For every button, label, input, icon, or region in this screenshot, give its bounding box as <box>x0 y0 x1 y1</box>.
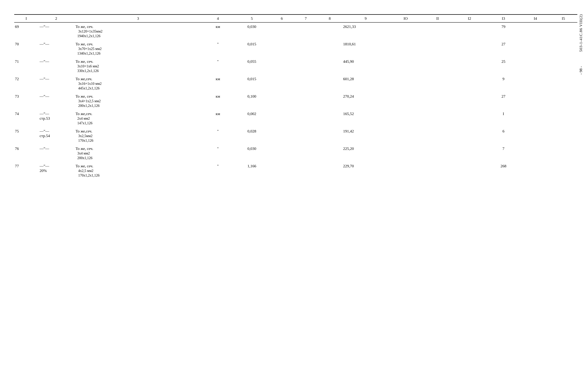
row-76-col2: —”— <box>38 145 74 162</box>
row-72-col1: 72 <box>14 75 38 92</box>
row-74-col9: 165,52 <box>342 110 390 127</box>
row-71-col4: " <box>202 57 234 75</box>
table-row: 77 —”— 20% То же, сеч. 4х2,5 мм2 170х1,2… <box>14 162 577 179</box>
row-72-col12 <box>454 75 485 92</box>
row-77-col1: 77 <box>14 162 38 179</box>
row-69-col5: 0,030 <box>234 22 270 40</box>
row-74-col15 <box>549 110 577 127</box>
row-75-col9: 191,42 <box>342 127 390 145</box>
row-77-col11 <box>422 162 454 179</box>
row-73-col4: км <box>202 92 234 110</box>
row-74-col5: 0,002 <box>234 110 270 127</box>
row-69-col14 <box>521 22 549 40</box>
row-74-col6 <box>270 110 294 127</box>
row-75-col15 <box>549 127 577 145</box>
row-70-col11 <box>422 40 454 57</box>
row-77-col8 <box>318 162 342 179</box>
row-70-col13: 27 <box>485 40 521 57</box>
row-71-col3: То же, сеч. 3х10+1х6 мм2 330х1,2х1,126 <box>74 57 202 75</box>
row-73-col12 <box>454 92 485 110</box>
main-table: I 2 3 4 5 6 7 8 9 IO II I2 I3 I4 I5 <box>14 14 577 179</box>
row-69-col3: То же, сеч. 3х120+1х35мм2 1940х1,2х1,126 <box>74 22 202 40</box>
row-71-col9: 445,90 <box>342 57 390 75</box>
row-69-col12 <box>454 22 485 40</box>
col-header-9: 9 <box>342 14 390 23</box>
col-header-15: I5 <box>549 14 577 23</box>
row-75-col12 <box>454 127 485 145</box>
row-70-col1: 70 <box>14 40 38 57</box>
row-71-col6 <box>270 57 294 75</box>
row-72-col5: 0,015 <box>234 75 270 92</box>
doc-reference: 503-1-41С.86 VIII(2) <box>579 14 583 52</box>
row-70-col14 <box>521 40 549 57</box>
row-76-col1: 76 <box>14 145 38 162</box>
row-73-col13: 27 <box>485 92 521 110</box>
row-70-col9: 1810,61 <box>342 40 390 57</box>
row-69-col13: 79 <box>485 22 521 40</box>
col-header-12: I2 <box>454 14 485 23</box>
row-76-col8 <box>318 145 342 162</box>
row-70-col15 <box>549 40 577 57</box>
row-69-col6 <box>270 22 294 40</box>
row-72-col6 <box>270 75 294 92</box>
row-69-col7 <box>294 22 318 40</box>
row-75-col1: 75 <box>14 127 38 145</box>
page-number-label: - 98 - <box>579 66 583 75</box>
row-76-col9: 225,20 <box>342 145 390 162</box>
row-77-col13: 268 <box>485 162 521 179</box>
row-77-col6 <box>270 162 294 179</box>
row-72-col11 <box>422 75 454 92</box>
row-76-col4: " <box>202 145 234 162</box>
row-73-col10 <box>390 92 422 110</box>
row-72-col9: 601,28 <box>342 75 390 92</box>
row-75-col13: 6 <box>485 127 521 145</box>
table-header-row: I 2 3 4 5 6 7 8 9 IO II I2 I3 I4 I5 <box>14 14 577 23</box>
row-76-col6 <box>270 145 294 162</box>
row-69-col2: —”— <box>38 22 74 40</box>
row-77-col14 <box>521 162 549 179</box>
row-75-col14 <box>521 127 549 145</box>
page-num: 98 <box>579 68 583 72</box>
row-75-col8 <box>318 127 342 145</box>
row-70-col3: То же, сеч. 3х70+1х25 мм2 1340х1,2х1,126 <box>74 40 202 57</box>
row-69-col15 <box>549 22 577 40</box>
row-74-col10 <box>390 110 422 127</box>
row-72-col8 <box>318 75 342 92</box>
row-75-col5: 0,028 <box>234 127 270 145</box>
row-76-col13: 7 <box>485 145 521 162</box>
row-73-col15 <box>549 92 577 110</box>
col-header-13: I3 <box>485 14 521 23</box>
row-77-col12 <box>454 162 485 179</box>
row-74-col3: То же,сеч. 2х4 мм2 147х1,126 <box>74 110 202 127</box>
row-71-col14 <box>521 57 549 75</box>
row-72-col13: 9 <box>485 75 521 92</box>
table-row: 73 —”— То же, сеч. 3х4+1х2,5 мм2 200х1,2… <box>14 92 577 110</box>
table-row: 70 —”— То же, сеч. 3х70+1х25 мм2 1340х1,… <box>14 40 577 57</box>
row-70-col6 <box>270 40 294 57</box>
row-72-col14 <box>521 75 549 92</box>
row-69-col9: 2621,33 <box>342 22 390 40</box>
row-76-col11 <box>422 145 454 162</box>
row-72-col4: км <box>202 75 234 92</box>
row-71-col15 <box>549 57 577 75</box>
row-74-col1: 74 <box>14 110 38 127</box>
row-77-col10 <box>390 162 422 179</box>
row-76-col5: 0,030 <box>234 145 270 162</box>
row-73-col3: То же, сеч. 3х4+1х2,5 мм2 200х1,2х1,126 <box>74 92 202 110</box>
row-75-col6 <box>270 127 294 145</box>
row-76-col10 <box>390 145 422 162</box>
row-74-col8 <box>318 110 342 127</box>
row-75-col4: " <box>202 127 234 145</box>
row-73-col5: 0,100 <box>234 92 270 110</box>
row-71-col13: 25 <box>485 57 521 75</box>
row-70-col8 <box>318 40 342 57</box>
row-77-col5: 1,166 <box>234 162 270 179</box>
col-header-7: 7 <box>294 14 318 23</box>
row-70-col12 <box>454 40 485 57</box>
row-75-col2: —”— стр.54 <box>38 127 74 145</box>
row-73-col8 <box>318 92 342 110</box>
table-row: 69 —”— То же, сеч. 3х120+1х35мм2 1940х1,… <box>14 22 577 40</box>
col-header-10: IO <box>390 14 422 23</box>
row-76-col12 <box>454 145 485 162</box>
row-72-col15 <box>549 75 577 92</box>
